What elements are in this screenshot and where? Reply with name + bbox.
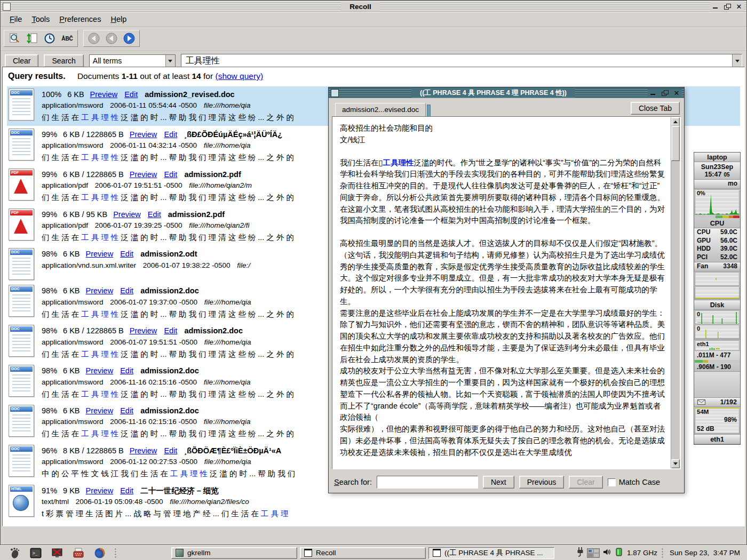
task-label: ((工 PHRASE 4 具 PHRASE ...	[444, 548, 543, 558]
menu-help[interactable]: Help	[106, 13, 131, 25]
workspace-switcher-icon[interactable]	[587, 548, 600, 558]
mail-count: 1/192	[720, 398, 737, 406]
preview-link[interactable]: Preview	[86, 366, 114, 375]
power-plug-icon[interactable]	[576, 547, 584, 559]
match-case-checkbox[interactable]	[608, 478, 616, 486]
snippet-text: t 彩 票 管 理 生 活 图 片 ... 战 略 与 管 理 地 产 经 ..…	[42, 509, 261, 518]
sort-parameters-icon[interactable]	[24, 31, 40, 45]
taskbar-clock[interactable]: Sun Sep 23, 3:47 PM	[666, 549, 744, 557]
show-query-link[interactable]: (show query)	[215, 71, 263, 81]
preview-close-icon[interactable]: ✕	[672, 89, 681, 97]
menu-preferences[interactable]: Preferences	[54, 13, 106, 25]
preview-window-menu-icon[interactable]	[331, 89, 339, 97]
preview-text[interactable]: 高校招生的社会功能和目的 文/钱江我们生活在▯工具理性泛滥的时代。作为“世之显学…	[333, 117, 671, 468]
typewriter-icon[interactable]	[72, 547, 85, 559]
gkrellm-clock: Sun23Sep 15:4705	[694, 162, 740, 180]
edit-link[interactable]: Edit	[120, 250, 133, 258]
first-page-icon[interactable]	[86, 31, 102, 45]
task-recoll[interactable]: Recoll	[300, 547, 426, 559]
recoll-titlebar[interactable]: Recoll ✕	[1, 1, 746, 12]
preview-link[interactable]: Preview	[86, 286, 114, 295]
search-mode-select[interactable]: All terms	[89, 54, 176, 67]
results-total: 14	[192, 71, 201, 81]
edit-link[interactable]: Edit	[164, 326, 177, 335]
previous-page-icon[interactable]	[104, 31, 120, 45]
preview-titlebar[interactable]: ((工 PHRASE 4 具 PHRASE 4 理 PHRASE 4 性)) ✕	[329, 87, 684, 98]
menu-file[interactable]: File	[5, 13, 27, 25]
preview-link[interactable]: Preview	[130, 130, 157, 139]
scroll-up-icon[interactable]	[671, 117, 680, 126]
close-icon[interactable]: ✕	[735, 3, 743, 10]
preview-link[interactable]: Preview	[90, 90, 118, 99]
query-combobox[interactable]	[181, 54, 742, 68]
window-menu-icon[interactable]	[3, 3, 11, 11]
edit-link[interactable]: Edit	[120, 406, 133, 415]
result-snippet: 们 生 活 在 工 具 理 性 泛 滥 的 时 ... 帮 助 我 们 理 清 …	[42, 388, 294, 400]
edit-link[interactable]: Edit	[120, 486, 133, 495]
scrollbar-thumb[interactable]	[671, 126, 680, 161]
edit-link[interactable]: Edit	[164, 170, 177, 179]
preview-link[interactable]: Preview	[130, 446, 157, 455]
lock-screen-icon[interactable]	[51, 547, 63, 559]
result-mimetype: application/pdf	[42, 221, 88, 229]
edit-link[interactable]: Edit	[120, 366, 133, 375]
gkrellm-seconds: 05	[724, 172, 729, 178]
firefox-icon[interactable]	[93, 547, 106, 559]
term-explorer-icon[interactable]: ÅBĈ	[59, 31, 75, 45]
restore-icon[interactable]	[723, 3, 732, 10]
result-date: 2006-11-16 02:15:16 -0500	[110, 378, 197, 386]
preview-link[interactable]: Preview	[86, 486, 114, 495]
menu-tools[interactable]: Tools	[27, 13, 54, 25]
gkrellm-ticker: mo	[728, 180, 737, 188]
result-text: 96% 8 KB / 1228865 B Preview Edit ¸ßÕÐÖÆ…	[42, 445, 295, 480]
preview-link[interactable]: Preview	[86, 250, 114, 258]
advanced-search-icon[interactable]	[6, 31, 22, 45]
paragraph-highlight: 工具理性	[383, 158, 414, 167]
result-url: file:/	[237, 261, 250, 269]
search-button[interactable]: Search	[44, 54, 83, 67]
preview-link[interactable]: Preview	[130, 170, 157, 179]
result-text: 99% 6 KB / 1228865 B Preview Edit admiss…	[42, 169, 294, 204]
terminal-icon[interactable]: >_	[29, 547, 42, 559]
preview-minimize-icon[interactable]	[649, 89, 657, 97]
memory-used: 54M	[697, 409, 709, 415]
find-next-button[interactable]: Next	[483, 476, 514, 489]
snippet-text: 泛 滥 的 时 ... 帮 助 我 们 理 清 这 些 纷 ... 之 外 的	[118, 390, 294, 398]
find-clear-button[interactable]: Clear	[569, 476, 602, 489]
search-input[interactable]	[181, 54, 732, 67]
find-previous-button[interactable]: Previous	[519, 476, 564, 489]
query-history-chevron-icon[interactable]	[732, 54, 742, 67]
preview-restore-icon[interactable]	[661, 89, 669, 97]
snippet-text: 泛 滥 的 时 ... 帮 助 我 们 理 清 这 些 纷 ... 之 外 的	[118, 193, 294, 202]
edit-link[interactable]: Edit	[148, 210, 161, 219]
gnome-menu-icon[interactable]	[8, 547, 21, 559]
minimize-icon[interactable]	[711, 3, 720, 10]
taskbar-handle[interactable]	[114, 548, 117, 558]
next-page-icon[interactable]	[121, 31, 137, 45]
scroll-down-icon[interactable]	[671, 459, 680, 468]
chevron-down-icon[interactable]	[165, 55, 175, 67]
task-gkrellm[interactable]: gkrellm	[171, 547, 297, 559]
close-tab-button[interactable]: Close Tab	[631, 102, 680, 115]
clear-button[interactable]: Clear	[5, 54, 38, 67]
cpu-frequency-icon[interactable]	[615, 547, 623, 559]
result-date: 2006-01-11 05:54:44 -0500	[110, 101, 197, 109]
snippet-highlight: 工 具 理 性	[81, 193, 118, 202]
result-size: 9 KB	[63, 486, 80, 495]
preview-link[interactable]: Preview	[86, 406, 114, 415]
edit-link[interactable]: Edit	[124, 90, 138, 99]
find-input[interactable]	[377, 476, 478, 489]
result-url: file:///home/qian2/files/co	[170, 498, 249, 506]
task-preview[interactable]: ((工 PHRASE 4 具 PHRASE ...	[428, 547, 554, 559]
edit-link[interactable]: Edit	[164, 130, 177, 139]
tray-handle[interactable]	[661, 548, 664, 558]
document-history-icon[interactable]	[42, 31, 58, 45]
preview-scrollbar[interactable]	[671, 117, 680, 468]
preview-link[interactable]: Preview	[130, 326, 157, 335]
edit-link[interactable]: Edit	[120, 286, 133, 295]
volume-icon[interactable]	[602, 548, 612, 558]
match-case-option[interactable]: Match Case	[608, 478, 660, 486]
edit-link[interactable]: Edit	[164, 446, 177, 455]
preview-link[interactable]: Preview	[113, 210, 141, 219]
preview-tab[interactable]: admission2...evised.doc	[335, 103, 426, 117]
